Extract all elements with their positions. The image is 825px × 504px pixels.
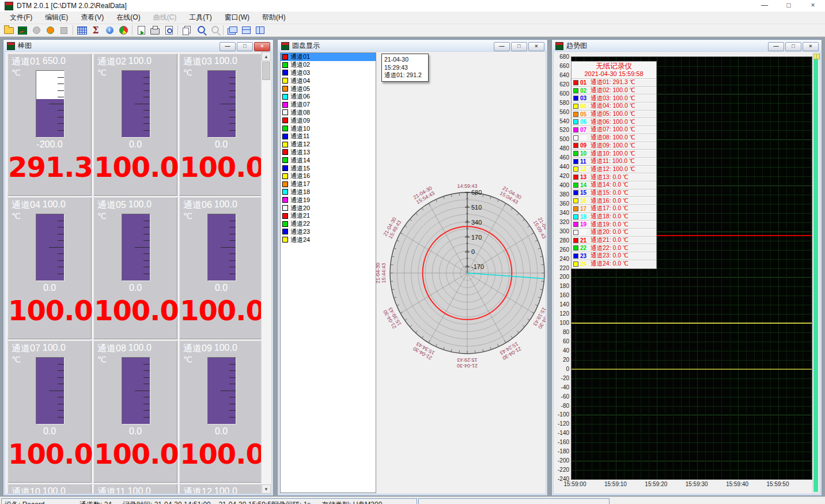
channel-list-item[interactable]: 通道08 (281, 109, 376, 117)
menu-item[interactable]: 查看(V) (74, 11, 110, 24)
maximize-button[interactable]: □ (777, 0, 801, 12)
channel-list-item[interactable]: 通道23 (281, 228, 376, 236)
menu-item[interactable]: 在线(O) (110, 11, 146, 24)
restore-icon[interactable]: □ (237, 42, 253, 51)
channel-color-swatch (282, 62, 288, 68)
info-button[interactable]: i (103, 24, 116, 37)
gauge-tick (143, 404, 150, 404)
close-icon[interactable]: × (803, 42, 819, 51)
channel-list-item[interactable]: 通道02 (281, 61, 376, 69)
minimize-button[interactable]: — (752, 0, 777, 12)
gauge-max-value: 100.0 (43, 343, 66, 355)
print-preview-button[interactable] (162, 24, 176, 37)
scrollbar-track[interactable] (813, 59, 818, 492)
gauge-header: 通道04100.0 (8, 198, 91, 211)
zoom-out-button[interactable] (207, 24, 221, 37)
gauge-tick (229, 130, 236, 131)
gauge-tick (58, 370, 64, 371)
pie-chart-button[interactable] (116, 24, 130, 37)
bar-gauge-panel: 通道02100.0℃0.0100.0 (93, 54, 177, 196)
disc-window-titlebar[interactable]: 圆盘显示 — □ × (278, 40, 547, 51)
legend-row: 24通道24: 0.0 ℃ (572, 260, 656, 268)
scrollbar-handle-icon[interactable] (816, 54, 820, 59)
open-file-button[interactable] (2, 24, 16, 37)
channel-list-item[interactable]: 通道13 (281, 149, 376, 157)
gauge-tick (49, 247, 64, 248)
channel-list-item[interactable]: 通道17 (281, 180, 376, 188)
minimize-icon[interactable]: — (768, 42, 784, 51)
channel-list-item[interactable]: 通道05 (281, 85, 376, 93)
channel-list-item[interactable]: 通道15 (281, 164, 376, 172)
channel-list-item[interactable]: 通道21 (281, 212, 376, 220)
v-gridline (673, 57, 673, 479)
scroll-down-icon[interactable]: ▼ (262, 484, 271, 494)
channel-number: 14 (580, 182, 589, 188)
polar-chart[interactable]: 6805103401700-17021-04-3014:59:4321-04-3… (374, 183, 546, 374)
print-button[interactable] (148, 24, 162, 37)
gauge-min-value: 0.0 (180, 426, 263, 437)
channel-list[interactable]: 通道01通道02通道03通道04通道05通道06通道07通道08通道09通道10… (280, 52, 376, 493)
data-table-button[interactable] (75, 24, 89, 37)
cascade-windows-button[interactable] (225, 24, 239, 37)
statistics-sigma-button[interactable]: Σ (89, 24, 103, 37)
trend-line (572, 323, 812, 324)
gauge-tick (143, 227, 150, 228)
close-button[interactable]: × (801, 0, 825, 12)
channel-list-item[interactable]: 通道18 (281, 188, 376, 196)
restore-icon[interactable]: □ (511, 42, 527, 51)
menu-item[interactable]: 帮助(H) (256, 11, 292, 24)
channel-list-item[interactable]: 通道01 (281, 53, 376, 61)
bar-window-scrollbar[interactable]: ▲ ▼ (261, 52, 271, 494)
menu-item[interactable]: 窗口(W) (218, 11, 256, 24)
channel-list-item[interactable]: 通道20 (281, 204, 376, 212)
record-stop-button[interactable] (57, 24, 71, 37)
channel-list-item[interactable]: 通道24 (281, 236, 376, 244)
legend-row: 09通道09: 100.0 ℃ (572, 142, 656, 150)
channel-list-item[interactable]: 通道10 (281, 124, 376, 132)
channel-value: 100.0 (8, 438, 91, 470)
channel-list-item[interactable]: 通道03 (281, 69, 376, 77)
zoom-in-button[interactable] (194, 24, 207, 37)
restore-icon[interactable]: □ (785, 42, 801, 51)
channel-list-item[interactable]: 通道06 (281, 93, 376, 101)
channel-list-item[interactable]: 通道16 (281, 172, 376, 180)
record-idle-button[interactable] (29, 24, 43, 37)
channel-list-item[interactable]: 通道12 (281, 141, 376, 149)
svg-text:14:59:43: 14:59:43 (457, 183, 477, 189)
channel-name: 通道05 (97, 199, 126, 211)
tile-vertical-button[interactable] (253, 24, 267, 37)
trend-window-titlebar[interactable]: 趋势图 — □ × (552, 40, 821, 51)
record-start-button[interactable] (43, 24, 57, 37)
close-icon[interactable]: × (528, 42, 544, 51)
bar-graph-window: 棒图 — □ × 通道01650.0℃-200.0291.3通道02100.0℃… (3, 39, 274, 496)
realtime-chart-button[interactable] (16, 24, 29, 37)
close-icon[interactable]: × (254, 42, 270, 51)
export-button[interactable] (134, 24, 148, 37)
menu-item[interactable]: 曲线(C) (147, 11, 183, 24)
channel-list-item[interactable]: 通道07 (281, 101, 376, 109)
scroll-up-icon[interactable]: ▲ (262, 52, 271, 61)
channel-list-item[interactable]: 通道04 (281, 77, 376, 85)
toolbar-separator (223, 25, 224, 35)
minimize-icon[interactable]: — (220, 42, 236, 51)
scrollbar-thumb[interactable] (262, 62, 270, 80)
menu-item[interactable]: 工具(T) (183, 11, 218, 24)
gauge-tick (49, 391, 64, 391)
channel-list-item[interactable]: 通道22 (281, 220, 376, 228)
copy-button[interactable] (180, 24, 194, 37)
channel-list-item[interactable]: 通道11 (281, 132, 376, 141)
minimize-icon[interactable]: — (494, 42, 510, 51)
tile-horizontal-button[interactable] (239, 24, 253, 37)
channel-list-item[interactable]: 通道19 (281, 196, 376, 204)
menu-item[interactable]: 编辑(E) (39, 11, 74, 24)
channel-list-item[interactable]: 通道09 (281, 116, 376, 124)
trend-time-scrollbar[interactable] (812, 52, 819, 493)
channel-list-item[interactable]: 通道14 (281, 156, 376, 164)
channel-color-swatch (573, 253, 578, 259)
menu-item[interactable]: 文件(F) (3, 11, 39, 24)
bar-window-titlebar[interactable]: 棒图 — □ × (4, 40, 273, 51)
y-tick-label: -20 (554, 375, 569, 381)
y-tick-label: 500 (554, 136, 569, 142)
channel-reading: 通道22: 0.0 ℃ (591, 244, 629, 252)
x-tick-label: 15:59:50 (763, 481, 793, 487)
